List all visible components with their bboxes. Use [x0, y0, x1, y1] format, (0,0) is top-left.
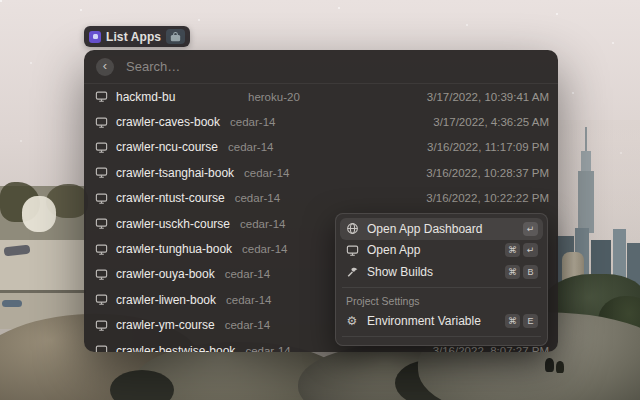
panel-divider — [342, 336, 541, 337]
app-name: crawler-liwen-book — [116, 293, 216, 307]
graffiti — [2, 300, 22, 307]
monitor-icon — [95, 243, 108, 256]
action-label: Open App — [367, 243, 420, 257]
app-stack: cedar-14 — [235, 192, 280, 204]
app-updated: 3/16/2022, 10:28:37 PM — [426, 167, 549, 179]
person-silhouette — [545, 358, 554, 372]
monitor-icon — [95, 319, 108, 332]
keycap: ↵ — [523, 243, 538, 257]
shortcut-keys: ↵ — [523, 222, 538, 236]
app-row[interactable]: crawler-ntust-course cedar-14 3/16/2022,… — [84, 186, 558, 211]
skyscraper-tier — [581, 151, 591, 173]
keycap: B — [523, 265, 538, 279]
bag-icon — [166, 29, 185, 44]
panel-divider — [342, 287, 541, 288]
search-input[interactable] — [124, 58, 546, 75]
command-pill[interactable]: List Apps — [84, 26, 190, 47]
action-item[interactable]: Open App Dashboard ↵ — [340, 218, 543, 240]
panel-sections: Project Settings ⚙ Environment Variable … — [340, 292, 543, 333]
action-label: Environment Variable — [367, 314, 481, 328]
app-stack: cedar-14 — [245, 345, 290, 352]
keycap: ↵ — [523, 222, 538, 236]
monitor-icon — [95, 344, 108, 352]
app-row[interactable]: crawler-tsanghai-book cedar-14 3/16/2022… — [84, 160, 558, 185]
action-item[interactable]: ⚙ Environment Variable ⌘E — [340, 311, 543, 333]
search-bar: ‹ — [84, 50, 558, 84]
section-label: Project Settings — [340, 292, 543, 311]
person-silhouette — [556, 361, 564, 373]
keycap: ⌘ — [505, 314, 520, 328]
extension-icon-glyph — [93, 34, 98, 39]
shortcut-keys: ⌘E — [505, 314, 538, 328]
shortcut-keys: ⌘B — [505, 265, 538, 279]
back-button[interactable]: ‹ — [96, 58, 114, 76]
app-stack: heroku-20 — [248, 91, 300, 103]
app-name: crawler-ouya-book — [116, 267, 215, 281]
monitor-icon — [95, 90, 108, 103]
app-stack: cedar-14 — [228, 141, 273, 153]
shortcut-keys: ⌘↵ — [505, 243, 538, 257]
globe-icon — [345, 222, 359, 235]
app-updated: 3/17/2022, 10:39:41 AM — [427, 91, 549, 103]
action-list: Open App Dashboard ↵ Open App ⌘↵ Show Bu… — [340, 218, 543, 283]
monitor-icon — [95, 166, 108, 179]
app-stack: cedar-14 — [226, 294, 271, 306]
app-updated: 3/16/2022, 10:22:22 PM — [426, 192, 549, 204]
action-item[interactable]: Show Builds ⌘B — [340, 261, 543, 283]
monitor-icon — [95, 217, 108, 230]
app-stack: cedar-14 — [230, 116, 275, 128]
app-stack: cedar-14 — [244, 167, 289, 179]
monitor-icon — [95, 268, 108, 281]
bag-icon-svg — [170, 32, 181, 42]
extension-icon — [89, 31, 101, 43]
command-pill-label: List Apps — [106, 30, 161, 44]
action-search-input[interactable] — [340, 341, 543, 346]
gear-icon: ⚙ — [345, 315, 359, 327]
action-item[interactable]: Open App ⌘↵ — [340, 240, 543, 262]
wall-highlight — [22, 196, 56, 232]
action-label: Show Builds — [367, 265, 433, 279]
skyscraper-body — [578, 171, 594, 233]
app-stack: cedar-14 — [225, 268, 270, 280]
app-row[interactable]: crawler-caves-book cedar-14 3/17/2022, 4… — [84, 109, 558, 134]
app-name: crawler-caves-book — [116, 115, 220, 129]
monitor-icon — [95, 141, 108, 154]
app-name: crawler-ym-course — [116, 318, 215, 332]
app-name: hackmd-bu — [116, 90, 175, 104]
action-label: Open App Dashboard — [367, 222, 482, 236]
monitor-icon — [95, 293, 108, 306]
app-name: crawler-tsanghai-book — [116, 166, 234, 180]
app-name: crawler-tunghua-book — [116, 242, 232, 256]
monitor-icon — [95, 192, 108, 205]
monitor-icon — [95, 116, 108, 129]
keycap: E — [523, 314, 538, 328]
film-grain — [0, 0, 2, 2]
app-stack: cedar-14 — [242, 243, 287, 255]
monitor-icon — [345, 244, 359, 257]
app-stack: cedar-14 — [240, 218, 285, 230]
chevron-left-icon: ‹ — [103, 59, 107, 72]
app-name: crawler-bestwise-book — [116, 344, 235, 352]
keycap: ⌘ — [505, 265, 520, 279]
hammer-icon — [345, 265, 359, 278]
app-updated: 3/16/2022, 11:17:09 PM — [427, 141, 549, 153]
action-panel: Open App Dashboard ↵ Open App ⌘↵ Show Bu… — [335, 213, 548, 346]
app-row[interactable]: hackmd-bu heroku-20 3/17/2022, 10:39:41 … — [84, 84, 558, 109]
app-name: crawler-usckh-course — [116, 217, 230, 231]
app-updated: 3/17/2022, 4:36:25 AM — [433, 116, 549, 128]
app-name: crawler-ncu-course — [116, 140, 218, 154]
keycap: ⌘ — [505, 243, 520, 257]
app-name: crawler-ntust-course — [116, 191, 225, 205]
app-stack: cedar-14 — [225, 319, 270, 331]
app-row[interactable]: crawler-ncu-course cedar-14 3/16/2022, 1… — [84, 135, 558, 160]
